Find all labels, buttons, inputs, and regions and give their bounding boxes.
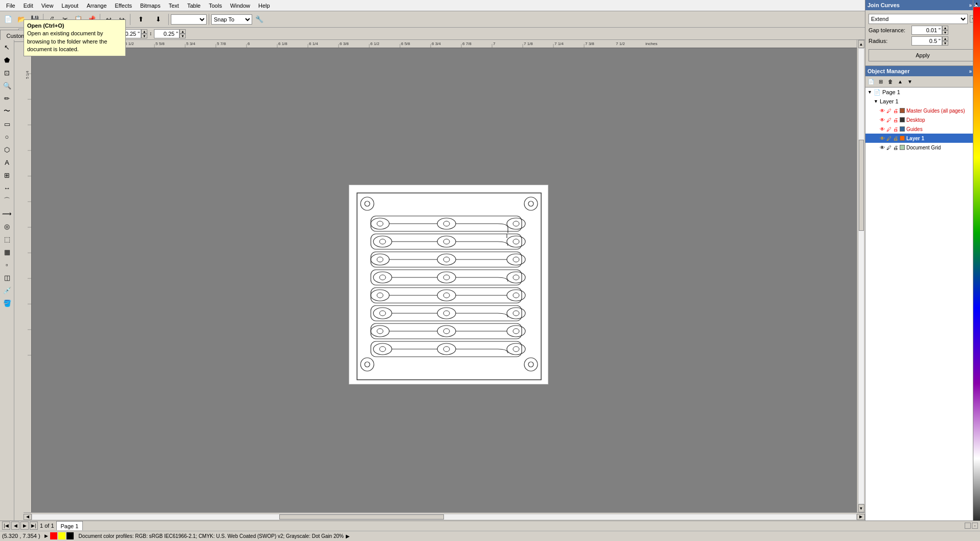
coord-y2-input[interactable] xyxy=(154,29,180,38)
zoom-tool[interactable]: 🔍 xyxy=(1,79,13,92)
smartdraw-tool[interactable]: 〜 xyxy=(1,105,13,117)
svg-point-100 xyxy=(507,290,525,301)
select-tool[interactable]: ↖ xyxy=(1,41,13,53)
rectangle-tool[interactable]: ▭ xyxy=(1,118,13,130)
ellipse-tool[interactable]: ○ xyxy=(1,131,13,143)
join-curves-expand[interactable]: » xyxy=(969,3,972,8)
menu-tools[interactable]: Tools xyxy=(205,2,226,10)
outline-color-indicator[interactable] xyxy=(66,532,74,539)
status-expand[interactable] xyxy=(965,523,971,529)
fill-tool[interactable]: 🪣 xyxy=(1,297,13,309)
menu-layout[interactable]: Layout xyxy=(57,2,82,10)
dimension-tool[interactable]: ↔ xyxy=(1,182,13,194)
om-guides[interactable]: 👁 🖊 🖨 Guides xyxy=(865,124,980,134)
operation-select[interactable]: Extend Chamfer Fillet xyxy=(868,14,968,24)
gap-tolerance-input[interactable] xyxy=(911,26,942,35)
extrude-tool[interactable]: ▦ xyxy=(1,246,13,258)
om-desktop[interactable]: 👁 🖊 🖨 Desktop xyxy=(865,115,980,124)
svg-text:6 3/4: 6 3/4 xyxy=(432,41,441,46)
om-new-layer[interactable]: 📄 xyxy=(866,77,876,86)
connector-tool[interactable]: ⌒ xyxy=(1,194,13,207)
menu-window[interactable]: Window xyxy=(226,2,254,10)
menu-view[interactable]: View xyxy=(37,2,58,10)
om-doc-grid[interactable]: 👁 🖊 🖨 Document Grid xyxy=(865,143,980,152)
menu-edit[interactable]: Edit xyxy=(19,2,37,10)
hscroll-right[interactable]: ▶ xyxy=(857,514,865,520)
crop-tool[interactable]: ⊡ xyxy=(1,67,13,79)
om-page1-arrow: ▼ xyxy=(867,90,872,95)
ruler-top: 5 1/4 5 3/8 5 1/2 5 5/8 5 3/4 5 7/8 6 6 … xyxy=(32,40,865,48)
gap-tolerance-up[interactable]: ▲ xyxy=(942,26,948,30)
radius-input[interactable] xyxy=(911,36,942,46)
stroke-color-indicator[interactable] xyxy=(58,532,65,539)
menu-bitmaps[interactable]: Bitmaps xyxy=(136,2,165,10)
eyedropper-tool[interactable]: 💉 xyxy=(1,284,13,296)
contour-tool[interactable]: ◎ xyxy=(1,220,13,232)
vscroll-down[interactable]: ▼ xyxy=(858,504,864,512)
shadow-tool[interactable]: ▫ xyxy=(1,258,13,271)
page-prev[interactable]: ◀ xyxy=(11,522,19,530)
export-button[interactable]: ⬇ xyxy=(150,13,166,26)
om-move-up[interactable]: ▲ xyxy=(896,77,905,86)
new-button[interactable]: 📄 xyxy=(2,13,14,26)
om-layer1[interactable]: 👁 🖊 🖨 Layer 1 xyxy=(865,134,980,143)
palette-colors[interactable] xyxy=(973,7,980,534)
canvas-content[interactable] xyxy=(32,48,865,521)
horizontal-scrollbar[interactable]: ◀ ▶ xyxy=(24,512,865,521)
coord-y2-down[interactable]: ▼ xyxy=(180,34,186,38)
hscroll-left[interactable]: ◀ xyxy=(24,514,32,520)
vscroll-track[interactable] xyxy=(858,48,864,504)
menu-text[interactable]: Text xyxy=(165,2,183,10)
menu-arrange[interactable]: Arrange xyxy=(82,2,110,10)
om-move-down[interactable]: ▼ xyxy=(905,77,915,86)
om-master-guides[interactable]: 👁 🖊 🖨 Master Guides (all pages) xyxy=(865,106,980,115)
coord-y-up[interactable]: ▲ xyxy=(141,29,147,34)
polygon-tool[interactable]: ⬡ xyxy=(1,143,13,156)
om-expand[interactable]: » xyxy=(969,69,972,74)
menu-help[interactable]: Help xyxy=(254,2,274,10)
import-button[interactable]: ⬆ xyxy=(132,13,149,26)
menu-file[interactable]: File xyxy=(2,2,19,10)
page-first[interactable]: |◀ xyxy=(2,522,10,530)
envelope-tool[interactable]: ⬚ xyxy=(1,233,13,245)
page-last[interactable]: ▶| xyxy=(30,522,38,530)
shape-tool[interactable]: ⬟ xyxy=(1,54,13,66)
radius-down[interactable]: ▼ xyxy=(942,41,948,46)
snap-to-select[interactable]: Snap To xyxy=(211,14,252,25)
coord-y2-up[interactable]: ▲ xyxy=(180,29,186,34)
fill-color-indicator[interactable] xyxy=(50,532,57,539)
om-page1[interactable]: ▼ 📄 Page 1 xyxy=(865,88,980,97)
text-tool[interactable]: A xyxy=(1,156,13,168)
gap-tolerance-down[interactable]: ▼ xyxy=(942,30,948,35)
page-next[interactable]: ▶ xyxy=(20,522,29,530)
apply-button[interactable]: Apply xyxy=(868,49,977,61)
svg-point-112 xyxy=(371,326,389,337)
svg-point-120 xyxy=(373,343,392,355)
svg-point-83 xyxy=(443,257,450,262)
om-new-master-layer[interactable]: ⊞ xyxy=(876,77,885,86)
hscroll-track[interactable] xyxy=(32,514,857,520)
coord-y-down[interactable]: ▼ xyxy=(141,34,147,38)
svg-point-65 xyxy=(377,221,383,226)
om-delete-layer[interactable]: 🗑 xyxy=(886,77,895,86)
radius-up[interactable]: ▲ xyxy=(942,36,948,41)
vscroll-up[interactable]: ▲ xyxy=(858,40,864,48)
status-zoom-out[interactable]: - xyxy=(972,523,978,529)
canvas-area[interactable]: 5 1/4 5 3/8 5 1/2 5 5/8 5 3/4 5 7/8 6 6 … xyxy=(24,40,865,521)
page-tab[interactable]: Page 1 xyxy=(56,521,83,530)
menu-effects[interactable]: Effects xyxy=(111,2,136,10)
transparency-tool[interactable]: ◫ xyxy=(1,271,13,284)
profile-expand[interactable]: ▶ xyxy=(346,533,350,539)
om-layer1-header[interactable]: ▼ Layer 1 xyxy=(865,97,980,106)
zoom-select[interactable]: 648% xyxy=(171,14,207,25)
palette-up[interactable]: ▲ xyxy=(973,0,980,7)
join-curves-content: Extend Chamfer Fillet ▼ Gap tolerance: ▲… xyxy=(865,10,980,66)
freehand-tool[interactable]: ✏ xyxy=(1,92,13,104)
snap-toggle[interactable]: 🔧 xyxy=(253,13,265,26)
table-tool[interactable]: ⊞ xyxy=(1,169,13,181)
vscroll-thumb[interactable] xyxy=(859,140,864,231)
hscroll-thumb[interactable] xyxy=(279,514,444,520)
menu-table[interactable]: Table xyxy=(183,2,205,10)
vertical-scrollbar[interactable]: ▲ ▼ xyxy=(857,40,865,512)
blend-tool[interactable]: ⟿ xyxy=(1,207,13,220)
